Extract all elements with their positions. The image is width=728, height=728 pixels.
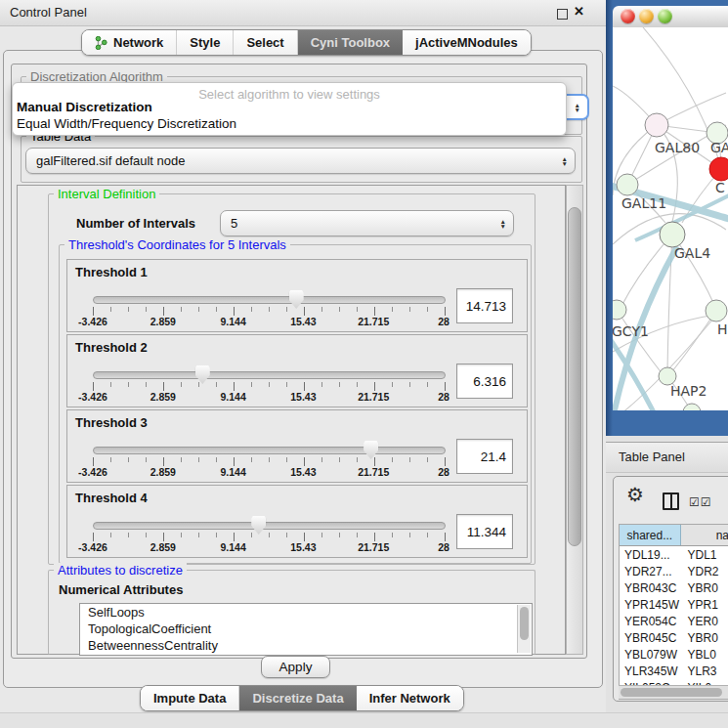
table-row[interactable]: YDL19...YDL1 xyxy=(620,546,728,563)
numerical-attributes-heading: Numerical Attributes xyxy=(59,582,183,597)
numerical-attributes-list: SelfLoops TopologicalCoefficient Between… xyxy=(79,603,533,656)
tick-label: -3.426 xyxy=(78,541,107,553)
settings-viewport: Interval Definition Number of Intervals … xyxy=(17,185,566,655)
table-row[interactable]: YLR345WYLR3 xyxy=(620,663,728,679)
stepper-down-icon: ▼ xyxy=(562,161,568,167)
gear-icon[interactable]: ⚙ xyxy=(626,483,644,506)
network-graph: GAL80 GAL11 GAL4 GCY1 HAP2 GA C H xyxy=(613,27,728,410)
checkbox-columns-icon[interactable]: ☑☑ xyxy=(689,495,712,509)
network-node[interactable] xyxy=(645,113,668,137)
table-row[interactable]: YER054CYER0 xyxy=(620,613,728,629)
threshold-3-value-field[interactable]: 21.4 xyxy=(456,439,513,474)
table-row[interactable]: YPR145WYPR1 xyxy=(620,596,728,613)
apply-button-label: Apply xyxy=(279,660,313,674)
tab-style[interactable]: Style xyxy=(177,30,234,55)
close-icon[interactable]: ✕ xyxy=(574,4,584,19)
list-scrollbar[interactable] xyxy=(517,605,531,653)
threshold-4-slider[interactable] xyxy=(93,522,446,530)
tab-discretize-data[interactable]: Discretize Data xyxy=(239,686,356,710)
table-row[interactable]: YBR045CYBR0 xyxy=(620,629,728,646)
stepper-icon: ▲ ▼ xyxy=(575,102,580,112)
table-panel-title: Table Panel xyxy=(619,450,685,464)
network-node[interactable] xyxy=(706,300,727,321)
table-row[interactable]: YBL079WYBL0 xyxy=(620,646,728,663)
column-header-name[interactable]: na xyxy=(681,525,728,545)
network-node-selected[interactable] xyxy=(709,157,728,181)
threshold-2-value-field[interactable]: 6.316 xyxy=(456,364,513,399)
tab-network[interactable]: Network xyxy=(82,30,177,55)
interval-definition-group-title: Interval Definition xyxy=(54,187,159,201)
slider-ticks xyxy=(93,533,445,541)
tick-label: 21.715 xyxy=(358,466,389,478)
close-traffic-light-icon[interactable] xyxy=(621,9,635,23)
node-label: H xyxy=(717,321,728,337)
threshold-4-value-field[interactable]: 11.344 xyxy=(456,514,513,549)
tab-infer-network[interactable]: Infer Network xyxy=(357,686,463,710)
tick-label: 21.715 xyxy=(358,541,389,553)
tab-network-label: Network xyxy=(113,35,163,50)
threshold-4-label: Threshold 4 xyxy=(75,491,148,505)
threshold-1-slider[interactable] xyxy=(93,296,446,304)
threshold-1-row: Threshold 1 -3.426 2.859 9.144 xyxy=(66,259,528,332)
network-node[interactable] xyxy=(660,222,685,247)
tick-label: 15.43 xyxy=(290,316,316,327)
table-data-combobox-value: galFiltered.sif default node xyxy=(36,153,185,168)
number-of-intervals-value: 5 xyxy=(231,216,237,231)
tick-label: -3.426 xyxy=(78,391,107,403)
float-window-icon[interactable] xyxy=(557,9,568,20)
threshold-2-slider[interactable] xyxy=(93,371,446,379)
threshold-3-slider[interactable] xyxy=(93,447,446,454)
tick-label: 21.715 xyxy=(358,391,389,403)
threshold-1-value-field[interactable]: 14.713 xyxy=(456,288,513,323)
threshold-3-label: Threshold 3 xyxy=(75,415,148,430)
scrollbar-thumb[interactable] xyxy=(568,207,581,546)
popup-option-equal-width-frequency[interactable]: Equal Width/Frequency Discretization xyxy=(17,116,236,131)
node-label: GA xyxy=(710,140,728,155)
algorithm-dropdown-popup: Select algorithm to view settings Manual… xyxy=(12,82,567,136)
network-node[interactable] xyxy=(683,404,701,410)
tick-label: -3.426 xyxy=(78,316,107,327)
tick-label: 2.859 xyxy=(150,541,176,553)
minimize-traffic-light-icon[interactable] xyxy=(639,9,654,23)
list-item[interactable]: TopologicalCoefficient xyxy=(80,621,532,637)
tab-jactivemnodules[interactable]: jActiveMNodules xyxy=(403,30,531,55)
slider-ticks xyxy=(93,382,445,391)
control-panel-title: Control Panel xyxy=(10,5,87,20)
threshold-3-row: Threshold 3 -3.426 2.859 9.144 xyxy=(66,409,528,483)
stepper-icon: ▲ ▼ xyxy=(562,155,568,166)
tick-label: 15.43 xyxy=(290,391,316,403)
table-data-combobox[interactable]: galFiltered.sif default node ▲ ▼ xyxy=(25,148,576,174)
network-node[interactable] xyxy=(613,300,626,320)
table-row[interactable]: YDR27...YDR2 xyxy=(620,563,728,579)
tab-select[interactable]: Select xyxy=(234,30,297,55)
stepper-down-icon: ▼ xyxy=(575,107,580,113)
network-canvas[interactable]: GAL80 GAL11 GAL4 GCY1 HAP2 GA C H xyxy=(613,27,728,410)
tab-cyni-toolbox[interactable]: Cyni Toolbox xyxy=(298,30,403,55)
apply-button[interactable]: Apply xyxy=(261,656,330,678)
split-pane-icon[interactable] xyxy=(663,492,679,510)
tick-label: 15.43 xyxy=(290,541,316,553)
tab-select-label: Select xyxy=(246,35,283,50)
network-node[interactable] xyxy=(617,174,638,195)
network-window-titlebar xyxy=(613,6,728,28)
tick-label: -3.426 xyxy=(78,466,107,478)
stepper-icon: ▲ ▼ xyxy=(500,218,506,229)
tick-label: 9.144 xyxy=(220,391,245,403)
tab-cyni-toolbox-label: Cyni Toolbox xyxy=(311,35,390,50)
tab-impute-data[interactable]: Impute Data xyxy=(141,686,239,710)
list-item[interactable]: SelfLoops xyxy=(80,604,532,621)
slider-ticks xyxy=(93,307,445,316)
table-row[interactable]: YBR043CYBR0 xyxy=(620,579,728,596)
horizontal-scrollbar[interactable] xyxy=(619,685,728,699)
number-of-intervals-combobox[interactable]: 5 ▲ ▼ xyxy=(220,210,514,236)
popup-option-manual-discretization[interactable]: Manual Discretization xyxy=(17,100,152,114)
tick-label: 9.144 xyxy=(220,541,245,553)
column-header-shared-name[interactable]: shared... xyxy=(620,525,681,545)
network-window: GAL80 GAL11 GAL4 GCY1 HAP2 GA C H xyxy=(606,0,728,436)
table-panel-titlebar: Table Panel xyxy=(606,442,728,473)
zoom-traffic-light-icon[interactable] xyxy=(658,9,672,23)
scrollbar-thumb[interactable] xyxy=(621,688,722,697)
list-item[interactable]: BetweennessCentrality xyxy=(80,637,532,654)
tick-label: 28 xyxy=(438,541,450,553)
vertical-scrollbar[interactable] xyxy=(566,185,583,655)
